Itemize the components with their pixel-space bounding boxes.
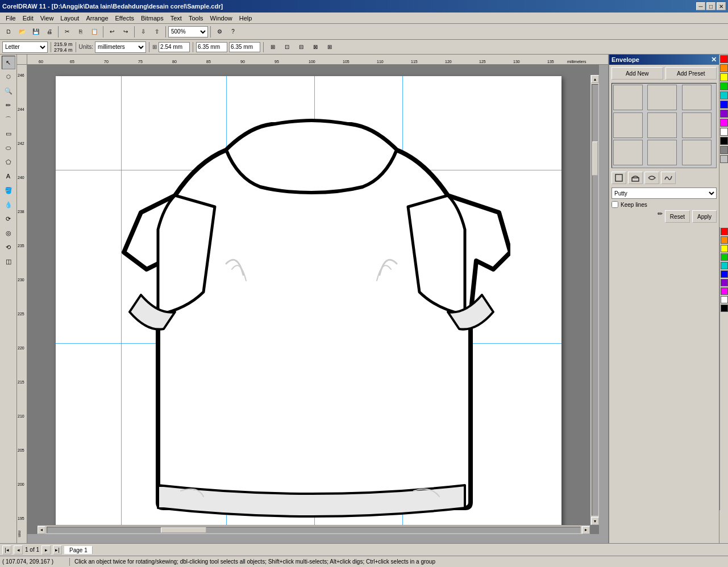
select-tool[interactable]: ↖ (2, 56, 15, 69)
align-btn1[interactable]: ⊞ (267, 41, 279, 53)
putty-select[interactable]: Putty Straight Single-Arc Double-Arc (611, 187, 717, 199)
print-btn[interactable]: 🖨 (43, 26, 56, 38)
nudge2-input[interactable] (196, 42, 227, 52)
menu-window[interactable]: Window (207, 14, 236, 23)
align-btn5[interactable]: ⊞ (323, 41, 336, 53)
zoom-tool[interactable]: 🔍 (2, 84, 15, 98)
nudge1-input[interactable] (159, 42, 190, 52)
copy-btn[interactable]: ⎘ (74, 26, 87, 38)
shape-tool[interactable]: ⬡ (2, 70, 15, 84)
maximize-btn[interactable]: □ (706, 2, 715, 10)
zoom-select[interactable]: 500% (168, 26, 208, 37)
align-btn4[interactable]: ⊠ (309, 41, 322, 53)
color-swatch-black[interactable] (721, 305, 728, 312)
color-swatch-green[interactable] (721, 253, 728, 261)
save-btn[interactable]: 💾 (30, 26, 42, 38)
menu-help[interactable]: Help (236, 14, 256, 23)
transform-tool[interactable]: ⟲ (2, 240, 15, 254)
vscroll-up-btn[interactable]: ▴ (591, 75, 599, 83)
mode-btn-3[interactable] (644, 172, 659, 184)
shadow-tool[interactable]: ◫ (2, 255, 15, 268)
import-btn[interactable]: ⇩ (137, 26, 149, 38)
vscroll-down-btn[interactable]: ▾ (591, 517, 599, 525)
envelope-close-btn[interactable]: ✕ (711, 56, 717, 64)
color-swatch-purple[interactable] (721, 279, 728, 286)
page-last-btn[interactable]: ▸| (53, 545, 62, 555)
hscroll-thumb[interactable] (161, 527, 206, 533)
menu-tools[interactable]: Tools (185, 14, 207, 23)
palette-green[interactable] (720, 82, 728, 90)
preset-cell-5[interactable] (647, 112, 677, 138)
page-prev-btn[interactable]: ◂ (14, 545, 23, 555)
open-btn[interactable]: 📂 (16, 26, 28, 38)
palette-red[interactable] (720, 55, 728, 63)
palette-silver[interactable] (720, 155, 728, 163)
palette-orange[interactable] (720, 64, 728, 72)
color-swatch-yellow[interactable] (721, 245, 728, 252)
mode-btn-2[interactable] (628, 172, 643, 184)
cut-btn[interactable]: ✂ (61, 26, 73, 38)
nudge3-input[interactable] (229, 42, 260, 52)
preset-cell-4[interactable] (613, 112, 643, 138)
bezier-tool[interactable]: ⌒ (2, 112, 15, 126)
blend-tool[interactable]: ⟳ (2, 212, 15, 226)
close-btn[interactable]: ✕ (717, 2, 726, 10)
mode-btn-4[interactable] (661, 172, 676, 184)
preset-cell-8[interactable] (647, 140, 677, 165)
apply-button[interactable]: Apply (692, 210, 717, 223)
hscroll-left-btn[interactable]: ◂ (38, 526, 45, 534)
page-next-btn[interactable]: ▸ (41, 545, 51, 555)
export-btn[interactable]: ⇧ (151, 26, 163, 38)
color-swatch-blue[interactable] (721, 270, 728, 278)
menu-view[interactable]: View (37, 14, 57, 23)
menu-edit[interactable]: Edit (19, 14, 37, 23)
add-preset-button[interactable]: Add Preset (665, 67, 717, 80)
reset-button[interactable]: Reset (665, 210, 690, 223)
menu-layout[interactable]: Layout (57, 14, 82, 23)
palette-white[interactable] (720, 128, 728, 136)
preset-cell-7[interactable] (613, 140, 643, 165)
hscroll-right-btn[interactable]: ▸ (582, 526, 590, 534)
menu-effects[interactable]: Effects (112, 14, 138, 23)
help-btn[interactable]: ? (227, 26, 239, 38)
menu-file[interactable]: File (2, 14, 19, 23)
dropper-tool[interactable]: 💧 (2, 198, 15, 211)
pencil-icon[interactable]: ✏ (658, 210, 663, 223)
preset-cell-1[interactable] (613, 85, 643, 110)
paste-btn[interactable]: 📋 (88, 26, 101, 38)
mode-btn-1[interactable] (611, 172, 626, 184)
menu-text[interactable]: Text (167, 14, 185, 23)
color-swatch-red[interactable] (721, 228, 728, 235)
preset-cell-3[interactable] (682, 85, 712, 110)
add-new-button[interactable]: Add New (611, 67, 663, 80)
horizontal-scrollbar[interactable]: ◂ ▸ (38, 525, 590, 534)
color-swatch-magenta[interactable] (721, 287, 728, 295)
text-tool[interactable]: A (2, 169, 15, 183)
vscroll-thumb[interactable] (592, 141, 598, 176)
new-btn[interactable]: 🗋 (2, 26, 15, 38)
preset-grid[interactable] (611, 83, 717, 168)
preset-cell-2[interactable] (647, 85, 677, 110)
palette-yellow[interactable] (720, 73, 728, 81)
palette-blue[interactable] (720, 101, 728, 109)
palette-gray[interactable] (720, 146, 728, 154)
keep-lines-checkbox[interactable] (611, 201, 618, 208)
canvas-content[interactable]: ◂ ▸ ▴ ▾ (27, 65, 599, 534)
page-first-btn[interactable]: |◂ (2, 545, 11, 555)
palette-magenta[interactable] (720, 119, 728, 127)
palette-cyan[interactable] (720, 91, 728, 99)
color-swatch-white[interactable] (721, 296, 728, 303)
palette-purple[interactable] (720, 110, 728, 118)
rect-tool[interactable]: ▭ (2, 127, 15, 140)
align-btn2[interactable]: ⊡ (281, 41, 293, 53)
hscroll-track[interactable] (47, 527, 581, 533)
vscroll-track[interactable] (592, 84, 598, 516)
color-swatch-cyan[interactable] (721, 262, 728, 269)
units-select[interactable]: millimeters (95, 41, 146, 53)
preset-cell-6[interactable] (682, 112, 712, 138)
redo-btn[interactable]: ↪ (119, 26, 132, 38)
canvas-area[interactable]: 60 65 70 75 80 85 90 95 100 105 110 115 … (17, 55, 608, 543)
freehand-tool[interactable]: ✏ (2, 98, 15, 112)
undo-btn[interactable]: ↩ (106, 26, 118, 38)
ellipse-tool[interactable]: ⬭ (2, 141, 15, 155)
